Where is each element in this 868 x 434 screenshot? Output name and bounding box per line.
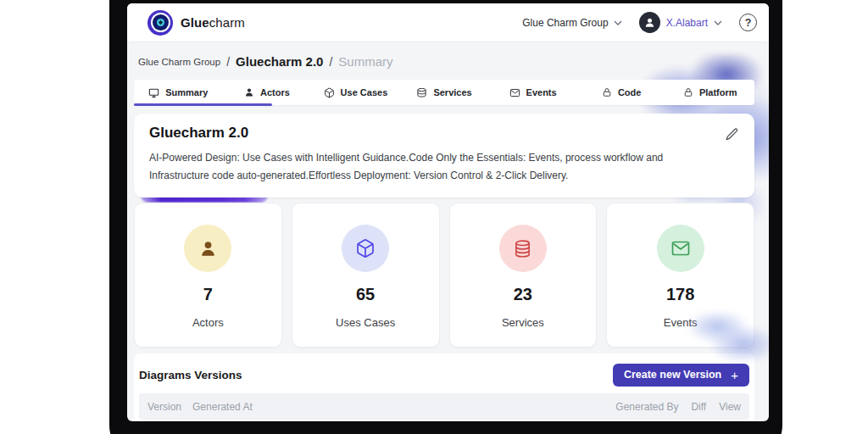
pencil-icon [725, 127, 739, 142]
stat-value: 178 [666, 285, 694, 304]
stat-label: Uses Cases [336, 316, 395, 329]
device-frame: Gluecharm Glue Charm Group X.Alabart [109, 0, 782, 434]
person-icon [184, 225, 231, 272]
envelope-icon [509, 87, 520, 98]
org-label: Glue Charm Group [522, 17, 608, 29]
plus-icon: + [731, 369, 738, 381]
stats-row: 7 Actors 65 Uses Cases 23 [134, 203, 754, 348]
stat-label: Actors [192, 316, 224, 329]
brand-home-link[interactable]: Gluecharm [147, 10, 245, 36]
org-dropdown[interactable]: Glue Charm Group [522, 17, 621, 29]
database-icon [499, 225, 547, 272]
stat-card-use-cases: 65 Uses Cases [292, 203, 440, 348]
monitor-icon [148, 87, 159, 98]
top-bar: Gluecharm Glue Charm Group X.Alabart [127, 3, 769, 42]
stat-value: 23 [514, 285, 532, 304]
column-view[interactable]: View [719, 401, 741, 413]
versions-header: Diagrams Versions Create new Version + [139, 360, 749, 389]
column-diff[interactable]: Diff [691, 401, 706, 413]
project-description: AI-Powered Design: Use Cases with Intell… [149, 149, 696, 184]
versions-panel: Diagrams Versions Create new Version + V… [134, 353, 754, 421]
versions-heading: Diagrams Versions [139, 369, 242, 381]
help-button[interactable]: ? [739, 14, 757, 31]
lock-icon [683, 87, 693, 97]
top-bar-actions: Glue Charm Group X.Alabart [522, 12, 757, 33]
breadcrumb-project[interactable]: Gluecharm 2.0 [236, 54, 323, 69]
project-summary-card: Gluecharm 2.0 AI-Powered Design: Use Cas… [134, 114, 754, 198]
person-icon [244, 87, 254, 97]
page-body: Glue Charm Group / Gluecharm 2.0 / Summa… [127, 54, 769, 421]
avatar [639, 12, 660, 33]
breadcrumb-current: Summary [338, 54, 392, 69]
tab-services[interactable]: Services [400, 80, 489, 105]
versions-table-header: Version Generated At Generated By Diff V… [139, 393, 749, 420]
cube-icon [324, 87, 335, 98]
column-version[interactable]: Version [147, 401, 181, 413]
breadcrumb: Glue Charm Group / Gluecharm 2.0 / Summa… [138, 54, 754, 69]
tab-actors[interactable]: Actors [223, 80, 312, 105]
person-icon [643, 16, 656, 29]
column-generated-at[interactable]: Generated At [192, 401, 253, 413]
chevron-down-icon [714, 20, 722, 25]
breadcrumb-org[interactable]: Glue Charm Group [138, 57, 220, 67]
database-icon [416, 87, 427, 98]
tab-code[interactable]: Code [577, 80, 666, 105]
edit-button[interactable] [725, 127, 739, 142]
stat-card-services: 23 Services [449, 203, 598, 348]
breadcrumb-separator: / [329, 55, 332, 69]
active-tab-indicator [134, 103, 272, 106]
tab-platform[interactable]: Platform [665, 80, 754, 105]
stat-label: Events [664, 316, 698, 329]
tab-bar: Summary Actors Use Cases [134, 80, 754, 105]
brand-name: Gluecharm [181, 15, 245, 30]
tab-summary[interactable]: Summary [134, 80, 223, 105]
page-background: Gluecharm Glue Charm Group X.Alabart [0, 0, 868, 434]
user-name: X.Alabart [666, 17, 708, 29]
stat-value: 65 [356, 285, 375, 304]
tab-events[interactable]: Events [488, 80, 577, 105]
lock-icon [602, 87, 612, 97]
stat-value: 7 [203, 285, 213, 304]
app-window: Gluecharm Glue Charm Group X.Alabart [127, 3, 769, 421]
stat-label: Services [502, 316, 544, 329]
stat-card-actors: 7 Actors [134, 203, 282, 348]
gluecharm-logo-icon [147, 10, 173, 36]
user-dropdown[interactable]: X.Alabart [639, 12, 722, 33]
create-version-button[interactable]: Create new Version + [613, 364, 749, 387]
cube-icon [342, 225, 389, 272]
column-generated-by[interactable]: Generated By [615, 401, 678, 413]
stat-card-events: 178 Events [606, 203, 754, 348]
breadcrumb-separator: / [226, 55, 230, 69]
project-title: Gluecharm 2.0 [149, 125, 739, 142]
chevron-down-icon [614, 20, 622, 25]
envelope-icon [657, 225, 704, 272]
tab-use-cases[interactable]: Use Cases [311, 80, 400, 105]
